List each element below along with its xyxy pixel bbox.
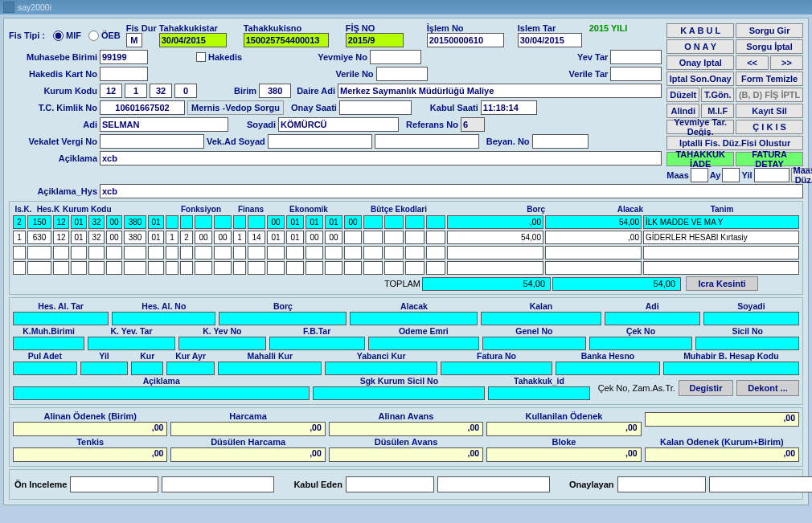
vekalet-vergi-no-input[interactable]	[100, 134, 204, 149]
grid-cell[interactable]	[405, 215, 424, 229]
tahakkukistar-input[interactable]	[159, 33, 227, 47]
kurum-kodu-3[interactable]	[150, 84, 172, 98]
sorgu-iptal-button[interactable]: Sorgu İptal	[736, 39, 803, 54]
grid-cell[interactable]: 2	[13, 215, 26, 229]
detail-input[interactable]	[112, 312, 215, 325]
maas-duz-button[interactable]: Maas Düz.	[791, 168, 812, 182]
grid-cell[interactable]: 01	[148, 215, 164, 229]
grid-cell[interactable]	[27, 261, 51, 275]
detail-input[interactable]	[441, 362, 552, 375]
grid-cell[interactable]	[71, 261, 87, 275]
grid-cell[interactable]	[233, 261, 246, 275]
grid-cell[interactable]	[363, 231, 383, 244]
onaylayan-input-2[interactable]	[709, 476, 812, 492]
kabul-saati-input[interactable]	[481, 100, 537, 115]
grid-tanim[interactable]	[643, 246, 799, 259]
kurum-kodu-4[interactable]	[174, 84, 197, 98]
iptal-son-onay-button[interactable]: Iptal Son.Onay	[666, 72, 734, 86]
grid-cell[interactable]: 00	[214, 231, 232, 244]
detail-input[interactable]	[368, 337, 480, 350]
grid-cell[interactable]	[13, 246, 26, 259]
grid-cell[interactable]	[166, 261, 178, 275]
grid-cell[interactable]	[267, 246, 285, 259]
detail-input[interactable]	[269, 337, 365, 350]
detail-input[interactable]	[80, 362, 129, 375]
islem-no-input[interactable]	[427, 33, 504, 47]
icra-kesinti-button[interactable]: Icra Kesinti	[686, 276, 758, 291]
mernis-button[interactable]: Mernis -Vedop Sorgu	[187, 100, 284, 115]
detail-input[interactable]	[13, 362, 77, 375]
grid-cell[interactable]	[180, 261, 193, 275]
grid-cell[interactable]	[384, 261, 404, 275]
yev-tar-degis-button[interactable]: Yevmiye Tar. Değiş.	[666, 120, 734, 134]
grid-cell[interactable]: 00	[344, 215, 362, 229]
grid-borc[interactable]: 54,00	[447, 231, 543, 244]
budget-input[interactable]: ,00	[329, 447, 483, 462]
grid-cell[interactable]: 2	[180, 231, 193, 244]
yil-input[interactable]	[754, 168, 789, 182]
grid-cell[interactable]	[53, 261, 69, 275]
verile-no-input[interactable]	[376, 67, 428, 81]
grid-cell[interactable]	[426, 231, 445, 244]
grid-tanim[interactable]: GİDERLER HESABI Kırtasiy	[643, 231, 799, 244]
grid-cell[interactable]	[88, 261, 105, 275]
grid-cell[interactable]: 32	[88, 215, 105, 229]
grid-cell[interactable]: 01	[71, 231, 87, 244]
vek-ad-soyad-input-2[interactable]	[375, 134, 479, 149]
grid-cell[interactable]: 00	[306, 231, 323, 244]
kurum-kodu-1[interactable]	[100, 84, 122, 98]
tahakkukisno-input[interactable]	[244, 33, 329, 47]
detail-input[interactable]	[605, 312, 700, 325]
grid-cell[interactable]	[306, 261, 323, 275]
grid-cell[interactable]	[27, 246, 51, 259]
aciklama-input[interactable]	[100, 151, 662, 165]
grid-cell[interactable]: 1	[233, 231, 246, 244]
grid-cell[interactable]: 12	[53, 231, 69, 244]
grid-cell[interactable]	[214, 215, 232, 229]
detail-input[interactable]	[556, 362, 659, 375]
mif-radio[interactable]	[53, 31, 64, 41]
grid-cell[interactable]	[124, 246, 146, 259]
grid-borc[interactable]	[447, 246, 543, 259]
grid-cell[interactable]	[384, 231, 404, 244]
grid-cell[interactable]: 380	[124, 215, 146, 229]
onay-saati-input[interactable]	[339, 100, 412, 115]
detail-input[interactable]	[131, 362, 163, 375]
on-inceleme-input-2[interactable]	[162, 476, 274, 492]
grid-alacak[interactable]: ,00	[545, 231, 642, 244]
grid-cell[interactable]	[248, 261, 265, 275]
grid-cell[interactable]	[363, 215, 383, 229]
mif-button[interactable]: M.I.F	[701, 104, 734, 118]
grid-borc[interactable]	[447, 261, 543, 275]
grid-cell[interactable]	[195, 215, 212, 229]
detail-input[interactable]	[13, 312, 109, 325]
grid-cell[interactable]	[306, 246, 323, 259]
grid-cell[interactable]	[325, 246, 342, 259]
detail-input[interactable]	[703, 312, 799, 325]
grid-cell[interactable]: 14	[248, 231, 265, 244]
grid-cell[interactable]: 380	[124, 231, 146, 244]
grid-cell[interactable]	[233, 215, 246, 229]
detail-input[interactable]	[695, 337, 799, 350]
onay-button[interactable]: O N A Y	[666, 39, 734, 54]
grid-cell[interactable]	[405, 246, 424, 259]
grid-cell[interactable]: 1	[13, 231, 26, 244]
grid-alacak[interactable]: 54,00	[545, 215, 642, 229]
grid-cell[interactable]	[195, 246, 212, 259]
detail-input[interactable]	[325, 362, 437, 375]
alindi-button[interactable]: Alindi	[666, 104, 699, 118]
muhasebe-birimi-input[interactable]	[100, 50, 148, 64]
onaylayan-input[interactable]	[617, 476, 706, 492]
grid-cell[interactable]: 01	[148, 231, 164, 244]
detail-input[interactable]	[218, 362, 322, 375]
detail-input[interactable]	[313, 386, 485, 400]
budget-input[interactable]: ,00	[329, 422, 483, 436]
kabul-eden-input-2[interactable]	[437, 476, 550, 492]
duzelt-button[interactable]: Düzelt	[666, 88, 699, 102]
prev-button[interactable]: <<	[736, 55, 769, 70]
grid-tanim[interactable]: İLK MADDE VE MA Y	[643, 215, 799, 229]
grid-cell[interactable]: 12	[53, 215, 69, 229]
kurum-kodu-2[interactable]	[125, 84, 147, 98]
budget-input[interactable]: ,00	[13, 447, 167, 462]
detail-input[interactable]	[663, 362, 799, 375]
